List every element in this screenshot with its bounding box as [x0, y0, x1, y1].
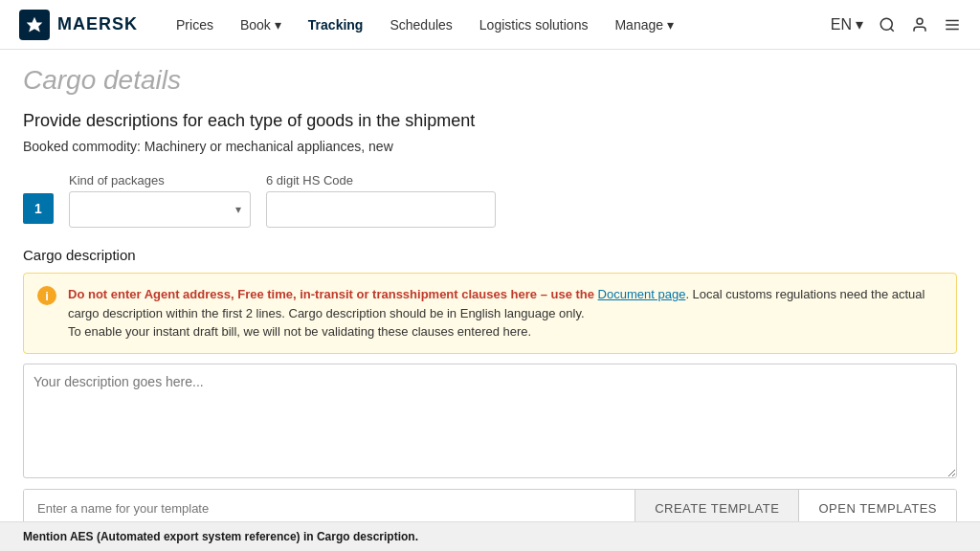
hamburger-menu-button[interactable] [944, 16, 961, 33]
nav-book[interactable]: Book ▾ [229, 11, 293, 38]
kind-of-packages-label: Kind of packages [69, 173, 251, 187]
logo-text: MAERSK [57, 14, 138, 34]
document-page-link[interactable]: Document page [598, 287, 686, 301]
svg-point-1 [880, 18, 892, 30]
cargo-description-label: Cargo description [23, 247, 957, 263]
chevron-down-icon: ▾ [856, 15, 863, 33]
nav-prices[interactable]: Prices [165, 11, 225, 38]
item-number-badge: 1 [23, 193, 54, 224]
booked-commodity: Booked commodity: Machinery or mechanica… [23, 139, 957, 154]
hs-code-field: 6 digit HS Code [266, 173, 496, 228]
page-title: Cargo details [23, 65, 957, 96]
logo[interactable]: MAERSK [19, 10, 138, 40]
cargo-description-textarea[interactable] [23, 364, 957, 478]
logo-star-icon [19, 10, 50, 40]
nav-right: EN ▾ [831, 15, 961, 33]
language-selector[interactable]: EN ▾ [831, 15, 863, 33]
warning-bold-text: Do not enter Agent address, Free time, i… [68, 287, 598, 301]
main-content: Cargo details Provide descriptions for e… [0, 50, 980, 551]
svg-marker-0 [27, 16, 43, 32]
hs-code-input[interactable] [266, 191, 496, 228]
warning-icon: i [37, 286, 56, 305]
svg-point-3 [917, 18, 923, 24]
user-account-button[interactable] [911, 16, 928, 33]
warning-box: i Do not enter Agent address, Free time,… [23, 273, 957, 354]
navbar: MAERSK Prices Book ▾ Tracking Schedules … [0, 0, 980, 50]
chevron-down-icon: ▾ [275, 17, 281, 33]
bottom-note: Mention AES (Automated export system ref… [0, 521, 980, 551]
kind-of-packages-select-wrapper: ▾ [69, 191, 251, 228]
nav-tracking[interactable]: Tracking [297, 11, 375, 38]
search-button[interactable] [879, 16, 896, 33]
chevron-down-icon: ▾ [667, 17, 674, 33]
nav-logistics[interactable]: Logistics solutions [468, 11, 600, 38]
kind-of-packages-field: Kind of packages ▾ [69, 173, 251, 228]
nav-links: Prices Book ▾ Tracking Schedules Logisti… [165, 11, 831, 38]
nav-manage[interactable]: Manage ▾ [603, 11, 685, 38]
nav-schedules[interactable]: Schedules [378, 11, 463, 38]
warning-secondary: To enable your instant draft bill, we wi… [68, 324, 531, 339]
svg-line-2 [890, 28, 893, 31]
package-form-row: 1 Kind of packages ▾ 6 digit HS Code [23, 173, 957, 228]
hs-code-label: 6 digit HS Code [266, 173, 496, 187]
warning-text: Do not enter Agent address, Free time, i… [68, 285, 943, 342]
subtitle: Provide descriptions for each type of go… [23, 111, 957, 131]
kind-of-packages-select[interactable] [69, 191, 251, 228]
